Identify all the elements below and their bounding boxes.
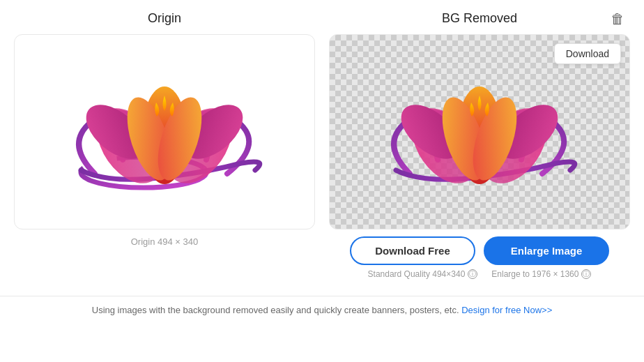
origin-image-box (14, 34, 315, 229)
action-row: Download Free Enlarge Image (329, 236, 630, 265)
origin-title: Origin (148, 11, 181, 26)
standard-quality-text: Standard Quality 494×340 ⓘ (368, 269, 478, 279)
bg-removed-lotus (368, 55, 591, 209)
enlarge-quality-info-icon[interactable]: ⓘ (581, 269, 591, 279)
images-row: Origin (0, 0, 644, 285)
enlarge-button[interactable]: Enlarge Image (484, 236, 609, 265)
bg-removed-image-box: Download (329, 34, 630, 229)
delete-button[interactable]: 🗑 (605, 8, 630, 30)
footer-bar: Using images with the background removed… (0, 296, 644, 324)
footer-link[interactable]: Design for free Now>> (461, 305, 552, 315)
origin-label: Origin 494 × 340 (131, 236, 198, 247)
bg-removed-title: BG Removed (442, 11, 517, 26)
main-container: Origin (0, 0, 644, 324)
footer-text: Using images with the background removed… (92, 305, 459, 315)
origin-panel: Origin (14, 11, 315, 247)
lotus-svg-origin (53, 55, 276, 209)
bg-removed-header: BG Removed 🗑 (329, 11, 630, 26)
lotus-svg-bgremoved (368, 55, 591, 209)
standard-quality-info-icon[interactable]: ⓘ (468, 269, 477, 279)
bg-removed-panel: BG Removed 🗑 Download (329, 11, 630, 279)
download-free-button[interactable]: Download Free (350, 236, 475, 265)
enlarge-quality-text: Enlarge to 1976 × 1360 ⓘ (491, 269, 591, 279)
origin-lotus (53, 55, 276, 209)
quality-row: Standard Quality 494×340 ⓘ Enlarge to 19… (329, 269, 630, 279)
download-floating-button[interactable]: Download (554, 43, 621, 64)
